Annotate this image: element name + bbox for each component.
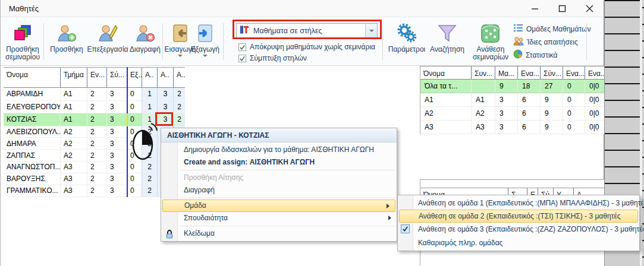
delete-student-button[interactable]: Διαγραφή: [128, 21, 162, 65]
summary-cell[interactable]: 0|0: [585, 107, 605, 120]
student-cell[interactable]: A3: [60, 173, 87, 185]
student-cell[interactable]: 0: [127, 88, 142, 100]
search-button[interactable]: Αναζήτηση: [428, 21, 467, 65]
summary-cell[interactable]: 6: [517, 121, 540, 134]
summary-cell[interactable]: A2: [471, 107, 495, 120]
student-cell[interactable]: 3: [106, 113, 127, 126]
submenu-item-clear-group[interactable]: Καθαρισμός πληρ. ομάδας: [398, 236, 639, 249]
add-student-button[interactable]: Προσθήκη: [48, 21, 85, 65]
student-cell[interactable]: 3: [106, 173, 127, 185]
student-cell[interactable]: ΑΛΕΒΙΖΟΠΟΥΛ...: [4, 126, 60, 138]
student-cell[interactable]: A3: [60, 185, 87, 197]
summary-cell[interactable]: 0|0: [585, 93, 605, 106]
menu-item-create-and-assign[interactable]: Create and assign: ΑΙΣΘΗΤΙΚΗ ΑΓΩΓΗ: [161, 156, 397, 169]
student-cell[interactable]: ΓΡΑΜΜΑΤΙΚΟ...: [4, 185, 60, 197]
student-cell[interactable]: 2: [87, 126, 106, 138]
same-requirements-button[interactable]: Ίδιες απαιτήσεις: [513, 36, 578, 48]
student-cell[interactable]: 2: [87, 173, 106, 185]
menu-item-delete[interactable]: Διαγραφή: [161, 184, 397, 197]
submenu-item-assign-group-2[interactable]: Ανάθεση σε ομάδα 2 (Εκπαιδευτικός :(ΤΣΙ)…: [399, 210, 638, 223]
summary-cell[interactable]: 6: [517, 93, 540, 106]
column-header[interactable]: Σύ...: [106, 68, 127, 87]
student-cell[interactable]: 3: [106, 150, 127, 161]
student-cell[interactable]: 3: [157, 101, 173, 113]
student-cell[interactable]: A2: [60, 150, 87, 161]
student-cell[interactable]: 3: [106, 88, 127, 100]
column-header[interactable]: Όνομα: [420, 66, 471, 79]
collapse-columns-checkbox[interactable]: Σύμπτυξη στηλών: [238, 53, 307, 63]
summary-cell[interactable]: [471, 80, 495, 93]
student-cell[interactable]: ΔΗΜΑΡΑ: [4, 138, 60, 149]
student-cell[interactable]: 3: [106, 126, 127, 138]
column-header[interactable]: Ενα...: [563, 66, 585, 79]
student-cell[interactable]: 2: [87, 138, 106, 149]
summary-cell[interactable]: 6: [517, 107, 540, 120]
summary-cell[interactable]: 9: [495, 80, 517, 93]
student-cell[interactable]: 2: [87, 185, 106, 197]
summary-cell[interactable]: A3: [420, 121, 471, 134]
student-cell[interactable]: ΕΛΕΥΘΕΡΟΠΟΥ...: [4, 101, 60, 113]
student-cell[interactable]: 2: [142, 162, 157, 173]
summary-cell[interactable]: 9: [540, 107, 563, 120]
export-button[interactable]: Εξαγωγή: [191, 21, 219, 65]
student-cell[interactable]: A3: [60, 162, 87, 173]
student-cell[interactable]: 2: [173, 88, 185, 100]
menu-item-create-lessons[interactable]: Δημιουργία διδασκαλιών για το μάθημα: ΑΙ…: [161, 144, 397, 156]
parameters-button[interactable]: Παράμετροι: [386, 21, 428, 65]
student-cell[interactable]: 3: [106, 101, 127, 113]
summary-cell[interactable]: 0|0: [585, 80, 605, 93]
student-cell[interactable]: 1: [142, 101, 157, 113]
student-cell[interactable]: ΑΒΡΑΜΙΔΗ: [4, 88, 60, 100]
column-header[interactable]: Α..: [142, 68, 157, 87]
column-header[interactable]: Συν...: [471, 66, 495, 79]
column-header[interactable]: Μα...: [495, 66, 517, 79]
student-cell[interactable]: 3: [106, 162, 127, 173]
menu-item-group[interactable]: Ομάδα: [162, 200, 395, 212]
summary-cell[interactable]: 0|0: [585, 121, 605, 134]
course-groups-button[interactable]: Ομάδες Μαθημάτων: [513, 23, 590, 35]
student-cell[interactable]: 2: [87, 150, 106, 161]
student-cell[interactable]: 2: [173, 101, 185, 113]
student-cell[interactable]: A2: [60, 138, 87, 149]
column-header[interactable]: Ενα...: [585, 66, 605, 79]
summary-cell[interactable]: 0: [563, 107, 585, 120]
student-cell[interactable]: 0: [127, 162, 142, 173]
student-cell[interactable]: A2: [60, 126, 87, 138]
student-cell[interactable]: 0: [127, 185, 142, 197]
statistics-button[interactable]: Στατιστικά: [513, 49, 557, 61]
summary-cell[interactable]: A1: [420, 93, 471, 106]
student-cell[interactable]: 2: [87, 162, 106, 173]
hide-courses-without-seminars-checkbox[interactable]: Απόκρυψη μαθημάτων χωρίς σεμινάρια: [238, 42, 375, 52]
student-cell[interactable]: 3: [106, 185, 127, 197]
maximize-button[interactable]: [552, 2, 571, 15]
summary-cell[interactable]: Όλα τα τ...: [420, 80, 471, 93]
student-cell[interactable]: 2: [142, 185, 157, 197]
student-cell[interactable]: 2: [87, 101, 106, 113]
summary-cell[interactable]: 0: [563, 80, 585, 93]
student-cell[interactable]: 3: [157, 88, 173, 100]
summary-cell[interactable]: 9: [540, 121, 563, 134]
summary-cell[interactable]: A1: [471, 93, 495, 106]
student-cell[interactable]: 2: [173, 113, 185, 126]
summary-cell[interactable]: A2: [420, 107, 471, 120]
column-header[interactable]: Σύν...: [540, 66, 563, 79]
column-header[interactable]: Εν...: [87, 68, 106, 87]
column-header[interactable]: Α..: [157, 68, 173, 87]
menu-item-lock[interactable]: Κλείδωμα: [161, 227, 397, 240]
student-cell[interactable]: A1: [60, 113, 87, 126]
summary-cell[interactable]: 3: [495, 107, 517, 120]
student-cell[interactable]: 0: [127, 173, 142, 185]
student-cell[interactable]: 1: [142, 88, 157, 100]
submenu-item-assign-group-1[interactable]: Ανάθεση σε ομάδα 1 (Εκπαιδευτικός :(ΜΠΑ)…: [398, 197, 639, 210]
student-cell[interactable]: ΑΝΑΓΝΩΣΤΟΠ...: [4, 162, 60, 173]
student-cell[interactable]: ΒΑΡΟΥΞΗΣ: [4, 173, 60, 185]
column-header[interactable]: Τμήμα: [60, 68, 87, 87]
student-cell[interactable]: 3: [106, 138, 127, 149]
edit-student-button[interactable]: Επεξεργασία: [85, 21, 130, 65]
student-cell[interactable]: ΖΑΠΠΑΣ: [4, 150, 60, 161]
add-seminar-button[interactable]: Προσθήκη σεμιναρίου: [3, 21, 42, 65]
summary-cell[interactable]: 3: [495, 93, 517, 106]
summary-cell[interactable]: 0: [563, 121, 585, 134]
summary-cell[interactable]: 3: [495, 121, 517, 134]
column-header[interactable]: Ενα...: [517, 66, 540, 79]
